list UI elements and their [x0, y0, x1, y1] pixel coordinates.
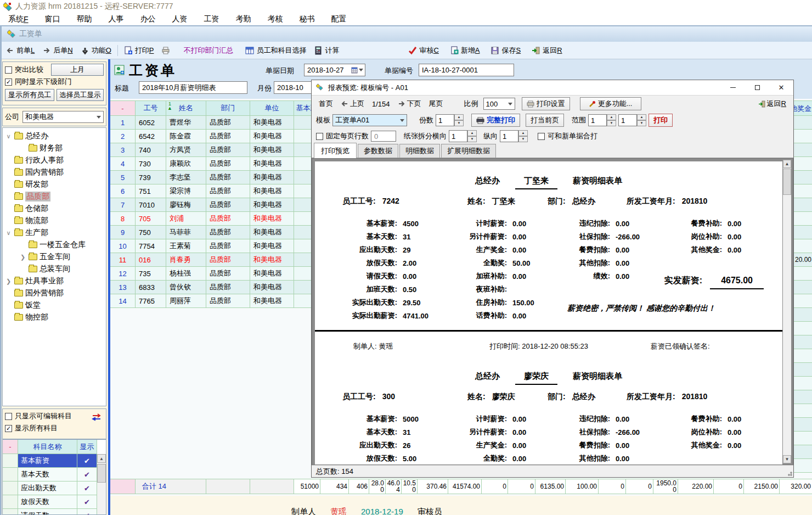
tab-4[interactable]: 扩展明细数据: [441, 144, 496, 158]
column-header-2[interactable]: 工号: [136, 100, 166, 116]
title-input[interactable]: 2018年10月薪资明细表: [139, 81, 247, 94]
prev-page-button[interactable]: 上页: [338, 99, 367, 109]
tree-item[interactable]: 饭堂: [3, 299, 106, 311]
save-button[interactable]: 保存S: [487, 43, 525, 58]
tree-item[interactable]: 国外营销部: [3, 287, 106, 299]
more-functions-button[interactable]: 更多功能...: [580, 97, 641, 110]
column-header-3[interactable]: 姓名1▲: [166, 100, 206, 116]
subject-row[interactable]: 放假天数✔: [3, 495, 106, 509]
scale-select[interactable]: 100: [483, 98, 515, 110]
tree-item[interactable]: 品质部: [3, 191, 106, 203]
table-row[interactable]: 8705刘浦品质部和美电器: [110, 212, 327, 226]
tree-item[interactable]: 总装车间: [3, 263, 106, 275]
calendar-icon[interactable]: [351, 67, 365, 74]
tree-item[interactable]: 研发部: [3, 178, 106, 191]
column-header-1[interactable]: -: [110, 100, 136, 116]
print-setup-button[interactable]: 打印设置: [522, 97, 570, 110]
no-dept-summary-button[interactable]: 不打印部门汇总: [179, 43, 237, 58]
show-all-employees-button[interactable]: 显示所有员工: [5, 89, 54, 101]
menu-item-1[interactable]: 系统 F: [0, 13, 37, 25]
scroll-up-icon[interactable]: ▲: [783, 160, 791, 168]
subject-row[interactable]: 基本薪资✔: [3, 454, 106, 468]
swap-arrows-icon[interactable]: [92, 413, 101, 423]
table-row[interactable]: 3740方凤贤品质部和美电器: [110, 143, 327, 157]
next-doc-button[interactable]: 后单N: [38, 43, 76, 58]
menu-item-9[interactable]: 考核: [260, 13, 291, 25]
print-current-page-button[interactable]: 打当前页: [526, 114, 564, 127]
prev-month-button[interactable]: 上月: [51, 64, 104, 76]
print-button-dialog[interactable]: 打印: [649, 114, 673, 127]
tree-item[interactable]: ❯五金车间: [3, 251, 106, 263]
copies-spinner[interactable]: 1 ▲▼: [436, 114, 464, 126]
select-employees-button[interactable]: 选择员工显示: [57, 89, 104, 101]
back-button[interactable]: 返回R: [528, 43, 566, 58]
scroll-down-icon[interactable]: ▼: [783, 455, 791, 463]
tree-item[interactable]: 物控部: [3, 311, 106, 323]
table-row[interactable]: 107754王素菊品质部和美电器: [110, 239, 327, 253]
table-row[interactable]: 16052曹煜华品质部和美电器: [110, 116, 327, 130]
last-page-button[interactable]: 尾页: [426, 99, 446, 109]
maximize-button[interactable]: [745, 80, 769, 95]
emp-subject-select-button[interactable]: 员工和科目选择: [241, 43, 310, 58]
prev-doc-button[interactable]: 前单L: [2, 43, 38, 58]
printer-button[interactable]: [157, 43, 174, 58]
tree-item[interactable]: 行政人事部: [3, 154, 106, 166]
show-sub-depts-checkbox[interactable]: ✓ 同时显示下级部门: [5, 76, 104, 88]
full-print-button[interactable]: 完整打印: [471, 114, 520, 127]
table-row[interactable]: 9750马菲菲品质部和美电器: [110, 226, 327, 239]
menu-item-8[interactable]: 考勤: [228, 13, 260, 25]
range-end-spinner[interactable]: 1▲▼: [618, 114, 646, 126]
subject-row[interactable]: 请假天数✔: [3, 509, 106, 515]
table-row[interactable]: 147765周丽萍品质部和美电器: [110, 294, 327, 308]
company-select[interactable]: 和美电器: [22, 111, 104, 123]
expander-icon[interactable]: ❯: [19, 254, 26, 261]
scroll-up-icon[interactable]: ▲: [97, 454, 106, 463]
close-button[interactable]: ✕: [769, 80, 793, 95]
table-row[interactable]: 6751梁宗博品质部和美电器: [110, 184, 327, 198]
table-row[interactable]: 26542陈金霞品质部和美电器: [110, 130, 327, 143]
compare-checkbox[interactable]: 突出比较: [5, 65, 43, 75]
table-row[interactable]: 77010廖钰梅品质部和美电器: [110, 198, 327, 212]
tab-2[interactable]: 参数数据: [358, 144, 398, 158]
minimize-button[interactable]: [721, 80, 745, 95]
tab-3[interactable]: 明细数据: [399, 144, 440, 158]
menu-item-4[interactable]: 人事: [100, 13, 132, 25]
next-page-button[interactable]: 下页: [395, 99, 424, 109]
range-start-spinner[interactable]: 1▲▼: [588, 114, 616, 126]
column-header-5[interactable]: 单位: [250, 100, 294, 116]
table-row[interactable]: 5739李志坚品质部和美电器: [110, 171, 327, 184]
table-row[interactable]: 11016肖春勇品质部和美电器: [110, 253, 327, 267]
expander-icon[interactable]: ∨: [5, 133, 12, 140]
tree-item[interactable]: 一楼五金仓库: [3, 239, 106, 251]
tree-item[interactable]: ❯灶具事业部: [3, 275, 106, 287]
subject-row[interactable]: 应出勤天数✔: [3, 482, 106, 495]
tree-item[interactable]: 财务部: [3, 142, 106, 154]
template-select[interactable]: 工资单A01: [332, 114, 407, 126]
tree-item[interactable]: ∨生产部: [3, 227, 106, 239]
tree-item[interactable]: 国内营销部: [3, 166, 106, 178]
fixed-rows-input[interactable]: 0: [371, 131, 396, 142]
menu-item-2[interactable]: 窗口: [37, 13, 69, 25]
fixed-rows-checkbox[interactable]: 固定每页行数: [316, 131, 369, 141]
print-button[interactable]: 打印P: [120, 43, 158, 58]
merge-checkbox[interactable]: 可和新单据合打: [538, 131, 597, 141]
doc-date-input[interactable]: 2018-10-27: [304, 64, 365, 76]
resize-grip[interactable]: [786, 469, 792, 476]
calc-button[interactable]: 计算: [310, 43, 343, 58]
tab-1[interactable]: 打印预览: [314, 143, 357, 158]
doc-no-input[interactable]: IA-18-10-27-0001: [419, 64, 514, 76]
column-header-4[interactable]: 部门: [206, 100, 250, 116]
audit-button[interactable]: 审核C: [404, 43, 442, 58]
menu-item-10[interactable]: 秘书: [291, 13, 323, 25]
first-page-button[interactable]: 首页: [316, 99, 336, 109]
menu-item-7[interactable]: 工资: [196, 13, 228, 25]
subject-table-scrollbar[interactable]: ▲: [97, 454, 106, 514]
tree-item[interactable]: 物流部: [3, 215, 106, 227]
menu-item-6[interactable]: 人资: [164, 13, 196, 25]
table-row[interactable]: 136833曾伙钦品质部和美电器: [110, 281, 327, 294]
function-button[interactable]: 功能O: [77, 43, 115, 58]
dialog-titlebar[interactable]: 报表预览: 模板编号 - A01 ✕: [312, 80, 793, 96]
menu-item-5[interactable]: 办公: [132, 13, 164, 25]
show-all-subjects-checkbox[interactable]: ✓ 显示所有科目: [5, 422, 104, 434]
table-row[interactable]: 4730康颖欣品质部和美电器: [110, 157, 327, 171]
